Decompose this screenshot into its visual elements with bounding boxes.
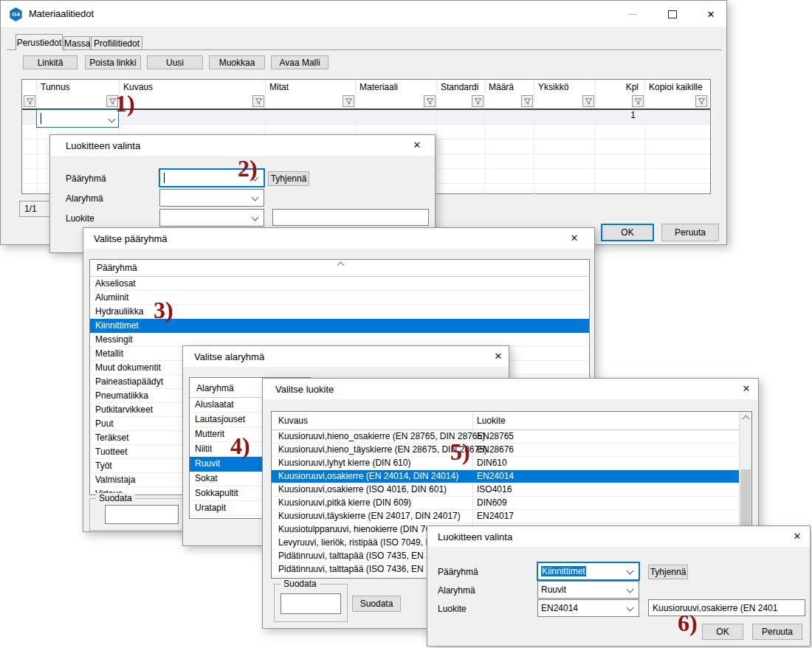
- luokite-value: EN24014: [541, 603, 578, 613]
- alaryhma-combobox[interactable]: Ruuvit: [537, 581, 639, 599]
- luokite-combobox[interactable]: [159, 209, 264, 227]
- filter-icon[interactable]: [472, 95, 484, 107]
- ok-button[interactable]: OK: [702, 624, 743, 640]
- alaryhma-combobox[interactable]: [159, 189, 264, 207]
- remove-link-button[interactable]: Poista linkki: [85, 55, 141, 69]
- dialog-title: Valitse alaryhmä: [194, 351, 264, 362]
- edit-button[interactable]: Muokkaa: [209, 55, 265, 69]
- new-button[interactable]: Uusi: [147, 55, 203, 69]
- clear-button[interactable]: Tyhjennä: [648, 565, 688, 579]
- paaryhma-combobox[interactable]: Kiinnittimet: [537, 562, 639, 580]
- dialog-title: Luokitteen valinta: [66, 140, 140, 151]
- link-button[interactable]: Linkitä: [23, 55, 78, 69]
- close-button[interactable]: ✕: [735, 381, 757, 396]
- ok-button[interactable]: OK: [601, 224, 654, 241]
- col-header-luokite[interactable]: Luokite: [477, 416, 506, 426]
- close-button[interactable]: ✕: [563, 230, 585, 246]
- close-icon: ✕: [571, 232, 579, 244]
- chevron-down-icon[interactable]: [252, 194, 259, 201]
- col-header-maara[interactable]: Määrä: [485, 80, 534, 94]
- table-row[interactable]: Kuusioruuvi,pitkä kierre (DIN 609)DIN609: [272, 497, 751, 510]
- filter-group-label: Suodata: [281, 579, 320, 589]
- close-button[interactable]: ✕: [487, 348, 509, 364]
- alaryhma-label: Alaryhmä: [438, 585, 475, 596]
- dialog-title: Valitse pääryhmä: [94, 233, 167, 244]
- clear-button[interactable]: Tyhjennä: [268, 171, 309, 186]
- alaryhma-value: Ruuvit: [541, 585, 566, 595]
- filter-group-label: Suodata: [96, 493, 135, 503]
- paaryhma-label: Pääryhmä: [438, 567, 478, 577]
- annotation-step-4: 4): [230, 432, 250, 460]
- chevron-down-icon[interactable]: [109, 116, 116, 123]
- chevron-down-icon[interactable]: [252, 214, 259, 221]
- dialog-luokitteen-valinta-2: Luokitteen valinta ✕ Pääryhmä Kiinnittim…: [427, 525, 811, 647]
- titlebar[interactable]: Luokitteen valinta ✕: [50, 135, 435, 156]
- luokite-label: Luokite: [438, 604, 467, 614]
- table-row[interactable]: Kuusioruuvi,osakierre (ISO 4016, DIN 601…: [272, 483, 751, 497]
- close-button[interactable]: ✕: [698, 7, 723, 21]
- titlebar[interactable]: Valitse alaryhmä ✕: [183, 346, 509, 367]
- filter-icon[interactable]: [695, 95, 707, 107]
- table-row[interactable]: Kuusioruuvi,lyhyt kierre (DIN 610)DIN610: [272, 457, 751, 470]
- tunnus-edit-cell[interactable]: [36, 109, 119, 128]
- paaryhma-value: Kiinnittimet: [541, 566, 586, 576]
- luokite-label: Luokite: [66, 213, 94, 224]
- luokite-combobox[interactable]: EN24014: [537, 599, 639, 617]
- filter-input[interactable]: [281, 593, 341, 614]
- filter-icon[interactable]: [582, 95, 594, 107]
- maximize-button[interactable]: [660, 7, 685, 21]
- tab-massa[interactable]: Massa: [63, 36, 90, 50]
- col-header-tunnus[interactable]: Tunnus: [37, 80, 120, 94]
- cancel-button[interactable]: Peruuta: [752, 624, 802, 640]
- filter-input[interactable]: [105, 505, 179, 524]
- luokite-description-field[interactable]: Kuusioruuvi,osakierre (EN 2401: [648, 599, 805, 616]
- filter-button[interactable]: Suodata: [352, 596, 401, 612]
- close-button[interactable]: ✕: [786, 528, 808, 544]
- col-header-mitat[interactable]: Mitat: [266, 80, 356, 94]
- table-row[interactable]: Kuusioruuvi,hieno_täyskierre (EN 28675, …: [272, 444, 751, 457]
- col-header-kuvaus[interactable]: Kuvaus: [278, 416, 308, 426]
- chevron-down-icon[interactable]: [627, 568, 634, 575]
- filter-icon[interactable]: [24, 95, 35, 107]
- filter-icon[interactable]: [424, 95, 436, 107]
- table-row[interactable]: Kuusioruuvi,hieno_osakierre (EN 28765, D…: [272, 430, 751, 444]
- minimize-icon: [628, 14, 636, 15]
- table-row-selected[interactable]: Kuusioruuvi,osakierre (EN 24014, DIN 240…: [272, 470, 751, 483]
- col-header-kuvaus[interactable]: Kuvaus: [120, 80, 266, 94]
- chevron-down-icon[interactable]: [627, 604, 634, 612]
- tab-perustiedot[interactable]: Perustiedot: [16, 34, 63, 50]
- table-row[interactable]: Kuusioruuvi,täyskierre (EN 24017, DIN 24…: [272, 510, 751, 523]
- maximize-icon: [668, 10, 677, 18]
- titlebar[interactable]: Valitse luokite ✕: [263, 379, 758, 399]
- chevron-down-icon[interactable]: [627, 586, 634, 593]
- list-item[interactable]: Akseliosat: [90, 277, 589, 291]
- col-header-kpl[interactable]: Kpl: [596, 80, 645, 94]
- alaryhma-label: Alaryhmä: [66, 193, 103, 204]
- titlebar[interactable]: Luokitteen valinta ✕: [427, 526, 810, 547]
- luokite-description-field[interactable]: [272, 209, 429, 226]
- annotation-step-5: 5): [450, 438, 470, 466]
- open-model-button[interactable]: Avaa Malli: [271, 55, 328, 69]
- filter-icon[interactable]: [252, 95, 264, 107]
- col-header-kopioi-kaikille[interactable]: Kopioi kaikille: [645, 80, 709, 94]
- annotation-step-6: 6): [678, 610, 698, 637]
- filter-icon[interactable]: [521, 95, 533, 107]
- filter-icon[interactable]: [343, 95, 354, 107]
- close-icon: ✕: [794, 531, 802, 542]
- text-caret: [41, 113, 41, 124]
- scroll-up-icon[interactable]: [743, 416, 750, 423]
- col-header-materiaali[interactable]: Materiaali: [356, 80, 437, 94]
- close-icon: ✕: [743, 383, 751, 394]
- cancel-button[interactable]: Peruuta: [661, 224, 719, 241]
- annotation-step-1: 1): [115, 90, 135, 117]
- titlebar[interactable]: G4 Materiaalitiedot ✕: [1, 1, 726, 27]
- col-header-yksikko[interactable]: Yksikkö: [534, 80, 596, 94]
- titlebar[interactable]: Valitse pääryhmä ✕: [83, 228, 594, 249]
- close-button[interactable]: ✕: [406, 137, 428, 153]
- tab-profiilitiedot[interactable]: Profiilitiedot: [91, 36, 142, 50]
- filter-groupbox: Suodata: [274, 584, 348, 622]
- minimize-button[interactable]: [619, 7, 644, 21]
- annotation-step-3: 3): [154, 297, 173, 324]
- filter-icon[interactable]: [632, 95, 644, 107]
- col-header-standardi[interactable]: Standardi: [437, 80, 485, 94]
